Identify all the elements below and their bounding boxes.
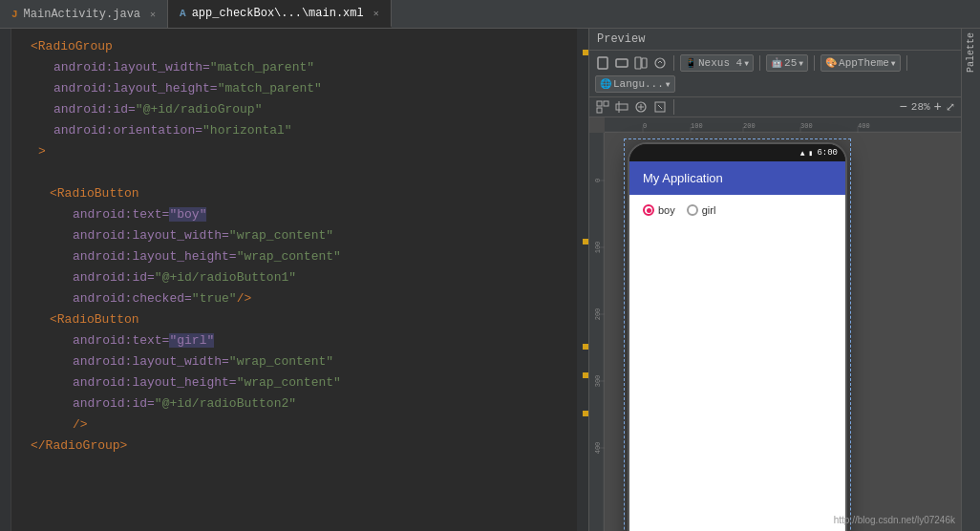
- theme-label: AppTheme: [839, 57, 889, 69]
- code-line-12: android:checked="true"/>: [31, 288, 577, 309]
- xml-icon: A: [180, 8, 186, 19]
- time-display: 6:00: [817, 148, 838, 158]
- watermark: http://blog.csdn.net/ly07246k: [834, 515, 955, 525]
- editor-area[interactable]: <RadioGroup android:layout_width="match_…: [11, 29, 577, 531]
- zoom-area: − 28% + ⤢: [899, 99, 955, 115]
- right-gutter: [577, 29, 588, 531]
- svg-rect-6: [604, 101, 608, 106]
- code-line-11: android:id="@+id/radioButton1": [31, 267, 577, 288]
- toolbar-separator-4: [906, 55, 907, 71]
- editor-content: <RadioGroup android:layout_width="match_…: [11, 29, 577, 464]
- svg-point-4: [655, 58, 665, 68]
- svg-rect-1: [616, 59, 628, 67]
- toolbar2-icon-1[interactable]: [595, 99, 610, 115]
- theme-dropdown[interactable]: 🎨 AppTheme ▼: [820, 54, 901, 72]
- code-line-3: android:layout_height="match_parent": [31, 78, 577, 99]
- api-icon: 🤖: [771, 57, 782, 69]
- toolbar-icon-4[interactable]: [652, 55, 668, 71]
- code-line-13: <RadioButton: [31, 309, 577, 330]
- warning-marker-2: [583, 239, 588, 244]
- svg-rect-7: [597, 108, 602, 113]
- radio-boy-label: boy: [658, 204, 675, 216]
- svg-text:100: 100: [691, 122, 703, 130]
- theme-arrow: ▼: [891, 59, 896, 68]
- preview-toolbar2: − 28% + ⤢: [589, 97, 961, 117]
- api-arrow: ▼: [799, 59, 803, 68]
- ruler-vertical: 0 100 200 300 400: [589, 133, 605, 531]
- preview-canvas-wrapper: 0 100 200 300 400 0 100: [589, 117, 961, 531]
- radio-boy-circle: [643, 204, 654, 216]
- svg-rect-3: [642, 58, 647, 68]
- tab-main-xml-close[interactable]: ✕: [373, 8, 379, 19]
- radio-girl-circle: [687, 204, 698, 216]
- tab-bar: J MainActivity.java ✕ A app_checkBox\...…: [0, 0, 980, 29]
- palette-label: Palette: [966, 32, 976, 73]
- svg-text:300: 300: [800, 122, 813, 130]
- toolbar-icon-2[interactable]: [614, 55, 629, 71]
- code-line-4: android:id="@+id/radioGroup": [31, 99, 577, 120]
- language-icon: 🌐: [600, 78, 611, 90]
- toolbar-icon-1[interactable]: [595, 55, 610, 71]
- warning-marker-1: [583, 50, 588, 55]
- preview-toolbar: 📱 Nexus 4 ▼ 🤖 25 ▼ 🎨 AppTheme ▼ 🌐: [589, 51, 961, 97]
- tab-main-xml[interactable]: A app_checkBox\...\main.xml ✕: [168, 0, 392, 28]
- zoom-value: 28%: [911, 101, 930, 113]
- svg-rect-5: [597, 101, 602, 106]
- preview-panel: Preview 📱 Nexus 4 ▼: [588, 29, 961, 531]
- api-label: 25: [784, 57, 797, 69]
- warning-marker-4: [583, 372, 588, 378]
- code-tag: <RadioGroup: [31, 36, 113, 57]
- language-arrow: ▼: [666, 80, 671, 89]
- svg-text:0: 0: [643, 122, 647, 130]
- code-line-9: android:layout_width="wrap_content": [31, 225, 577, 246]
- toolbar-separator-2: [759, 55, 760, 71]
- toolbar2-icon-4[interactable]: [652, 99, 668, 115]
- code-line-18: />: [31, 414, 577, 435]
- code-line-5: android:orientation="horizontal": [31, 120, 577, 141]
- code-line-16: android:layout_height="wrap_content": [31, 372, 577, 393]
- toolbar2-icon-3[interactable]: [633, 99, 649, 115]
- code-line-19: </RadioGroup>: [31, 435, 577, 457]
- code-line-10: android:layout_height="wrap_content": [31, 246, 577, 267]
- zoom-minus-btn[interactable]: −: [899, 99, 906, 115]
- zoom-fit-btn[interactable]: ⤢: [946, 100, 955, 115]
- phone-frame: ▲ ▮ 6:00 My Application: [628, 142, 847, 531]
- code-line-1: <RadioGroup: [31, 36, 577, 57]
- code-line-14: android:text="girl": [31, 330, 577, 351]
- svg-rect-2: [635, 57, 641, 69]
- phone-with-selection: ▲ ▮ 6:00 My Application: [628, 142, 847, 531]
- ruler-horizontal: 0 100 200 300 400: [605, 117, 961, 133]
- theme-icon: 🎨: [825, 57, 837, 69]
- svg-line-14: [658, 105, 662, 109]
- warning-marker-3: [583, 344, 588, 350]
- warning-marker-5: [583, 411, 588, 416]
- tab-mainactivity-close[interactable]: ✕: [150, 9, 156, 20]
- main-area: <RadioGroup android:layout_width="match_…: [0, 29, 980, 531]
- phone-container: ▲ ▮ 6:00 My Application: [628, 142, 847, 531]
- code-line-15: android:layout_width="wrap_content": [31, 351, 577, 372]
- preview-header: Preview: [589, 29, 961, 51]
- language-dropdown[interactable]: 🌐 Langu... ▼: [595, 75, 675, 93]
- code-line-6: >: [31, 141, 577, 162]
- phone-app-bar: My Application: [629, 161, 845, 195]
- tab-main-xml-label: app_checkBox\...\main.xml: [192, 7, 364, 20]
- svg-rect-0: [598, 57, 607, 69]
- radio-boy: boy: [643, 204, 675, 216]
- toolbar2-sep: [673, 99, 674, 115]
- app-title: My Application: [643, 171, 723, 185]
- radio-girl: girl: [687, 204, 716, 216]
- tab-mainactivity[interactable]: J MainActivity.java ✕: [0, 0, 168, 28]
- code-line-7: <RadioButton: [31, 183, 577, 204]
- toolbar2-icon-2[interactable]: [614, 99, 629, 115]
- zoom-plus-btn[interactable]: +: [934, 99, 942, 115]
- phone-content: boy girl: [629, 195, 845, 405]
- tab-mainactivity-label: MainActivity.java: [24, 8, 140, 21]
- device-dropdown[interactable]: 📱 Nexus 4 ▼: [680, 54, 754, 72]
- svg-text:400: 400: [858, 122, 870, 130]
- toolbar-icon-3[interactable]: [633, 55, 649, 71]
- device-dropdown-label: Nexus 4: [698, 57, 742, 69]
- api-dropdown[interactable]: 🤖 25 ▼: [766, 54, 808, 72]
- wifi-signal: ▲: [800, 149, 805, 158]
- left-gutter: [0, 29, 11, 531]
- preview-title: Preview: [597, 32, 645, 46]
